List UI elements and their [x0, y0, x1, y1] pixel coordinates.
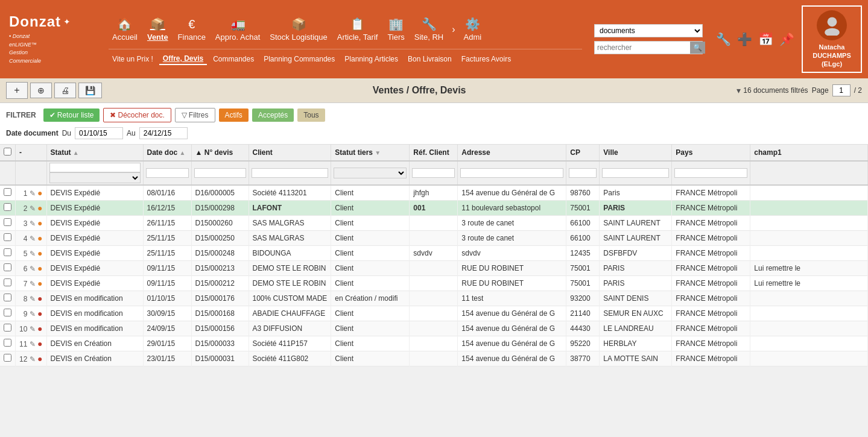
filter-date-doc[interactable]	[146, 168, 189, 178]
print-button[interactable]: 🖨	[54, 83, 76, 98]
edit-icon[interactable]: ✎	[30, 265, 36, 273]
actifs-button[interactable]: Actifs	[219, 108, 249, 122]
filter-ville[interactable]	[602, 168, 669, 178]
au-date-input[interactable]	[139, 127, 188, 139]
row-checkbox-cell[interactable]	[0, 336, 16, 351]
add-circle-icon[interactable]: ➕	[736, 31, 753, 48]
row-checkbox-cell[interactable]	[0, 216, 16, 231]
filter-num-devis[interactable]	[194, 168, 246, 178]
nav-vite-prix[interactable]: Vite un Prix !	[109, 54, 157, 64]
row-checkbox-cell[interactable]	[0, 351, 16, 366]
nav-finance[interactable]: € Finance	[174, 15, 209, 44]
nav-tiers[interactable]: 🏢 Tiers	[384, 14, 408, 44]
copy-button[interactable]: ⊕	[30, 83, 52, 98]
row-checkbox-cell[interactable]	[0, 291, 16, 306]
row-checkbox-cell[interactable]	[0, 185, 16, 201]
nav-planning-commandes[interactable]: Planning Commandes	[260, 54, 338, 64]
row-checkbox[interactable]	[4, 339, 11, 347]
col-champ1[interactable]: champ1	[750, 145, 868, 161]
row-checkbox[interactable]	[4, 218, 11, 226]
filter-statut-tiers-select[interactable]	[334, 168, 407, 178]
tous-button[interactable]: Tous	[297, 108, 325, 122]
edit-icon[interactable]: ✎	[30, 295, 36, 303]
nav-planning-articles[interactable]: Planning Articles	[341, 54, 402, 64]
page-title-dropdown[interactable]: ▾	[737, 86, 741, 95]
search-input[interactable]	[595, 42, 690, 53]
acceptes-button[interactable]: Acceptés	[252, 108, 294, 122]
edit-icon[interactable]: ✎	[30, 219, 36, 228]
col-date-doc[interactable]: Date doc ▲	[143, 145, 191, 161]
filter-cp[interactable]	[569, 168, 597, 178]
col-ref-client[interactable]: Réf. Client	[410, 145, 458, 161]
edit-icon[interactable]: ✎	[30, 189, 36, 198]
filter-adresse[interactable]	[460, 168, 563, 178]
nav-site[interactable]: 🔧 Site, RH	[411, 14, 447, 44]
edit-icon[interactable]: ✎	[30, 325, 36, 333]
row-checkbox[interactable]	[4, 203, 11, 211]
row-checkbox-cell[interactable]	[0, 321, 16, 336]
row-ref-client	[410, 276, 458, 291]
row-checkbox[interactable]	[4, 263, 11, 271]
nav-bon-livraison[interactable]: Bon Livraison	[404, 54, 455, 64]
row-checkbox[interactable]	[4, 278, 11, 286]
row-checkbox[interactable]	[4, 354, 11, 362]
col-num-devis[interactable]: ▲ N° devis	[191, 145, 249, 161]
decocher-doc-button[interactable]: ✖ Décocher doc.	[103, 108, 171, 122]
col-ville[interactable]: Ville	[600, 145, 672, 161]
du-date-input[interactable]	[75, 127, 123, 139]
filter-client[interactable]	[252, 168, 329, 178]
row-num: 11 ✎ ●	[16, 336, 47, 351]
row-checkbox-cell[interactable]	[0, 231, 16, 246]
search-button[interactable]: 🔍	[690, 42, 705, 54]
page-title: Ventes / Offre, Devis	[104, 85, 734, 96]
row-checkbox[interactable]	[4, 309, 11, 316]
col-statut[interactable]: Statut ▲	[46, 145, 143, 161]
edit-icon[interactable]: ✎	[30, 340, 36, 348]
col-cp[interactable]: CP	[566, 145, 600, 161]
nav-article[interactable]: 📋 Article, Tarif	[334, 14, 382, 44]
row-checkbox[interactable]	[4, 294, 11, 301]
edit-icon[interactable]: ✎	[30, 234, 36, 243]
filtres-button[interactable]: ▽ Filtres	[175, 108, 215, 122]
pin-icon[interactable]: 📌	[778, 31, 796, 48]
col-statut-tiers[interactable]: Statut tiers ▼	[331, 145, 410, 161]
nav-accueil[interactable]: 🏠 Accueil	[109, 14, 141, 44]
filter-pays[interactable]	[674, 168, 747, 178]
row-checkbox[interactable]	[4, 233, 11, 241]
row-checkbox[interactable]	[4, 324, 11, 332]
page-number-input[interactable]	[832, 84, 851, 96]
row-checkbox-cell[interactable]	[0, 306, 16, 321]
filter-statut-select[interactable]	[49, 172, 141, 183]
col-adresse[interactable]: Adresse	[458, 145, 566, 161]
col-pays[interactable]: Pays	[672, 145, 750, 161]
row-checkbox-cell[interactable]	[0, 246, 16, 261]
nav-appro[interactable]: 🚛 Appro. Achat	[212, 14, 264, 44]
row-checkbox[interactable]	[4, 188, 11, 196]
save-button[interactable]: 💾	[78, 83, 102, 98]
edit-icon[interactable]: ✎	[30, 310, 36, 318]
edit-icon[interactable]: ✎	[30, 280, 36, 288]
edit-icon[interactable]: ✎	[30, 355, 36, 363]
nav-offre-devis[interactable]: Offre, Devis	[159, 53, 207, 65]
settings-icon[interactable]: 🔧	[715, 31, 732, 48]
filter-ref-client[interactable]	[412, 168, 455, 178]
search-category-select[interactable]: documents	[594, 24, 703, 37]
row-checkbox[interactable]	[4, 248, 11, 256]
edit-icon[interactable]: ✎	[30, 250, 36, 258]
nav-vente[interactable]: 📦 Vente	[144, 14, 172, 44]
nav-stock[interactable]: 📦 Stock Logistique	[266, 14, 331, 44]
filter-statut[interactable]	[49, 163, 141, 172]
col-client[interactable]: Client	[249, 145, 331, 161]
select-all-checkbox[interactable]	[4, 148, 11, 156]
calendar-icon[interactable]: 📅	[757, 31, 775, 48]
nav-commandes[interactable]: Commandes	[209, 54, 258, 64]
user-area[interactable]: NatachaDUCHAMPS(ELgc)	[802, 5, 862, 74]
row-checkbox-cell[interactable]	[0, 276, 16, 291]
nav-factures-avoirs[interactable]: Factures Avoirs	[458, 54, 515, 64]
edit-icon[interactable]: ✎	[30, 204, 36, 213]
add-button[interactable]: +	[6, 82, 28, 99]
nav-admi[interactable]: ⚙️ Admi	[460, 14, 486, 44]
row-checkbox-cell[interactable]	[0, 201, 16, 216]
row-checkbox-cell[interactable]	[0, 261, 16, 276]
retour-liste-button[interactable]: ✔ Retour liste	[43, 108, 100, 122]
